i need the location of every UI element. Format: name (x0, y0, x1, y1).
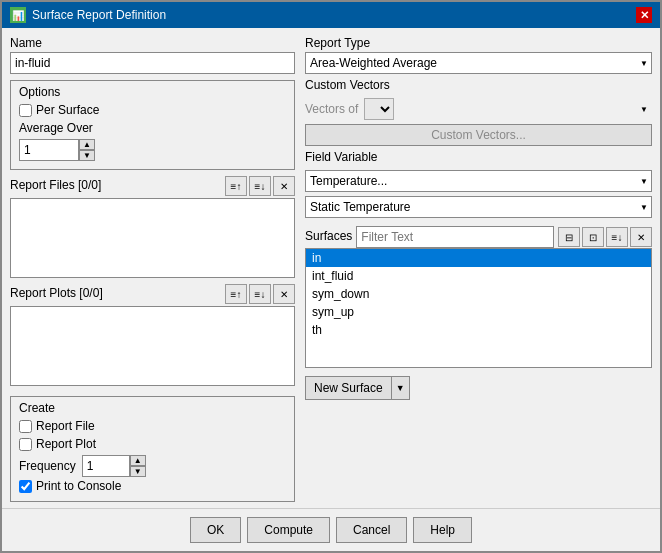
per-surface-checkbox[interactable] (19, 104, 32, 117)
report-files-sort-desc[interactable]: ≡↓ (249, 176, 271, 196)
surfaces-clear-icon[interactable]: ✕ (630, 227, 652, 247)
report-plot-label: Report Plot (36, 437, 96, 451)
list-item[interactable]: sym_down (306, 285, 651, 303)
report-files-list[interactable] (10, 198, 295, 278)
options-section: Options Per Surface Average Over ▲ ▼ (10, 80, 295, 170)
surfaces-sort-desc-icon[interactable]: ≡↓ (606, 227, 628, 247)
per-surface-row: Per Surface (19, 103, 286, 117)
spinner-up-button[interactable]: ▲ (79, 139, 95, 150)
new-surface-arrow-button[interactable]: ▼ (392, 376, 410, 400)
spinner-buttons: ▲ ▼ (79, 139, 95, 161)
report-type-dropdown[interactable]: Area-Weighted Average Facet Average Face… (305, 52, 652, 74)
left-panel: Name Options Per Surface Average Over ▲ (10, 36, 295, 500)
list-item[interactable]: sym_up (306, 303, 651, 321)
report-files-clear[interactable]: ✕ (273, 176, 295, 196)
bottom-bar: OK Compute Cancel Help (2, 508, 660, 551)
surfaces-list[interactable]: in int_fluid sym_down sym_up th (305, 248, 652, 368)
frequency-spinner-buttons: ▲ ▼ (130, 455, 146, 477)
field-variable-dropdown[interactable]: Static Temperature Total Temperature (305, 196, 652, 218)
create-section: Create Report File Report Plot Frequency… (10, 396, 295, 502)
print-console-row: Print to Console (19, 479, 286, 493)
report-plots-clear[interactable]: ✕ (273, 284, 295, 304)
window-title: Surface Report Definition (32, 8, 166, 22)
cancel-button[interactable]: Cancel (336, 517, 407, 543)
report-file-checkbox[interactable] (19, 420, 32, 433)
name-section: Name (10, 36, 295, 74)
vectors-of-label: Vectors of (305, 102, 358, 116)
name-label: Name (10, 36, 295, 50)
help-button[interactable]: Help (413, 517, 472, 543)
vectors-of-dropdown[interactable] (364, 98, 394, 120)
ok-button[interactable]: OK (190, 517, 241, 543)
report-files-header: Report Files [0/0] ≡↑ ≡↓ ✕ (10, 176, 295, 196)
compute-button[interactable]: Compute (247, 517, 330, 543)
frequency-down-button[interactable]: ▼ (130, 466, 146, 477)
vectors-of-row: Vectors of (305, 98, 652, 120)
report-plots-section: Report Plots [0/0] ≡↑ ≡↓ ✕ (10, 284, 295, 386)
new-surface-row: New Surface ▼ (305, 376, 652, 400)
vectors-of-dropdown-wrapper (364, 98, 652, 120)
title-bar: 📊 Surface Report Definition ✕ (2, 2, 660, 28)
field-variable-wrapper: Static Temperature Total Temperature (305, 196, 652, 218)
field-variable-label: Field Variable (305, 150, 652, 164)
create-label: Create (19, 401, 286, 415)
frequency-spinner: ▲ ▼ (82, 455, 146, 477)
report-file-label: Report File (36, 419, 95, 433)
report-files-icons: ≡↑ ≡↓ ✕ (225, 176, 295, 196)
report-plots-sort-desc[interactable]: ≡↓ (249, 284, 271, 304)
per-surface-label: Per Surface (36, 103, 99, 117)
report-type-dropdown-wrapper: Area-Weighted Average Facet Average Face… (305, 52, 652, 74)
report-type-label: Report Type (305, 36, 652, 50)
surfaces-icons: ⊟ ⊡ ≡↓ ✕ (558, 227, 652, 247)
surfaces-label: Surfaces (305, 229, 352, 243)
title-bar-left: 📊 Surface Report Definition (10, 7, 166, 23)
new-surface-button[interactable]: New Surface (305, 376, 392, 400)
report-plot-checkbox[interactable] (19, 438, 32, 451)
report-plots-list[interactable] (10, 306, 295, 386)
window-icon: 📊 (10, 7, 26, 23)
content-area: Name Options Per Surface Average Over ▲ (2, 28, 660, 508)
report-plot-row: Report Plot (19, 437, 286, 451)
list-item[interactable]: int_fluid (306, 267, 651, 285)
options-label: Options (19, 85, 286, 99)
report-plots-icons: ≡↑ ≡↓ ✕ (225, 284, 295, 304)
print-console-label: Print to Console (36, 479, 121, 493)
frequency-row: Frequency ▲ ▼ (19, 455, 286, 477)
report-plots-sort-asc[interactable]: ≡↑ (225, 284, 247, 304)
frequency-up-button[interactable]: ▲ (130, 455, 146, 466)
average-over-section: Average Over ▲ ▼ (19, 121, 286, 161)
custom-vectors-section: Custom Vectors Vectors of Custom Vectors… (305, 78, 652, 146)
surfaces-filter-icon[interactable]: ⊟ (558, 227, 580, 247)
main-window: 📊 Surface Report Definition ✕ Name Optio… (0, 0, 662, 553)
frequency-input[interactable] (82, 455, 130, 477)
custom-vectors-label: Custom Vectors (305, 78, 652, 92)
name-input[interactable] (10, 52, 295, 74)
print-console-checkbox[interactable] (19, 480, 32, 493)
spinner-down-button[interactable]: ▼ (79, 150, 95, 161)
average-over-spinner: ▲ ▼ (19, 139, 286, 161)
surfaces-deselect-icon[interactable]: ⊡ (582, 227, 604, 247)
average-over-label: Average Over (19, 121, 286, 135)
list-item[interactable]: th (306, 321, 651, 339)
list-item[interactable]: in (306, 249, 651, 267)
close-button[interactable]: ✕ (636, 7, 652, 23)
average-over-input[interactable] (19, 139, 79, 161)
field-variable-section: Field Variable Temperature... Pressure..… (305, 150, 652, 218)
report-plots-header: Report Plots [0/0] ≡↑ ≡↓ ✕ (10, 284, 295, 304)
report-files-section: Report Files [0/0] ≡↑ ≡↓ ✕ (10, 176, 295, 278)
surfaces-section: Surfaces ⊟ ⊡ ≡↓ ✕ in int_fluid sym_down … (305, 222, 652, 368)
custom-vectors-button[interactable]: Custom Vectors... (305, 124, 652, 146)
surfaces-filter-input[interactable] (356, 226, 554, 248)
field-category-dropdown[interactable]: Temperature... Pressure... Velocity... (305, 170, 652, 192)
report-files-sort-asc[interactable]: ≡↑ (225, 176, 247, 196)
report-files-label: Report Files [0/0] (10, 178, 101, 192)
report-plots-label: Report Plots [0/0] (10, 286, 103, 300)
report-type-section: Report Type Area-Weighted Average Facet … (305, 36, 652, 74)
right-panel: Report Type Area-Weighted Average Facet … (305, 36, 652, 500)
report-file-row: Report File (19, 419, 286, 433)
field-category-wrapper: Temperature... Pressure... Velocity... (305, 170, 652, 192)
frequency-label: Frequency (19, 459, 76, 473)
surfaces-row: Surfaces ⊟ ⊡ ≡↓ ✕ (305, 226, 652, 248)
